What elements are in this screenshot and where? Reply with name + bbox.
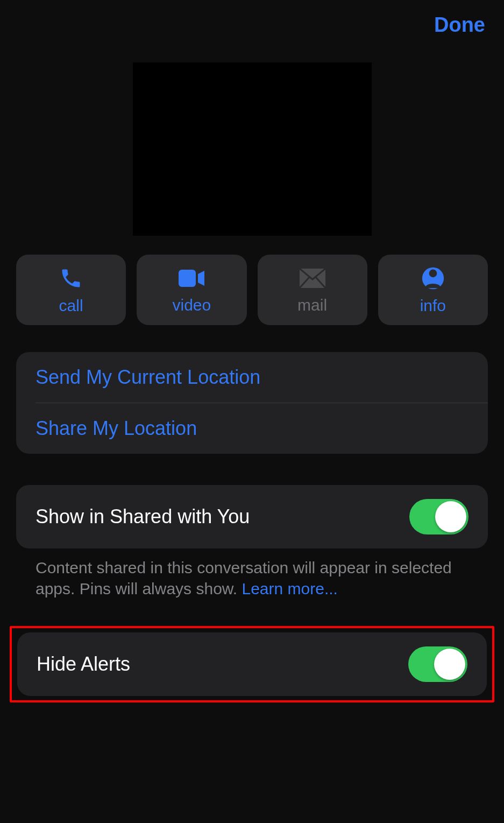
phone-icon bbox=[58, 268, 84, 289]
call-label: call bbox=[59, 297, 83, 315]
call-button[interactable]: call bbox=[16, 255, 126, 325]
svg-rect-0 bbox=[179, 270, 196, 287]
toggle-knob bbox=[434, 649, 465, 680]
learn-more-link[interactable]: Learn more... bbox=[242, 580, 338, 597]
highlight-frame: Hide Alerts bbox=[10, 626, 494, 702]
shared-with-you-group: Show in Shared with You bbox=[16, 485, 488, 548]
shared-with-you-row[interactable]: Show in Shared with You bbox=[16, 485, 488, 548]
shared-with-you-footer: Content shared in this conversation will… bbox=[0, 548, 504, 599]
video-icon bbox=[179, 268, 204, 289]
mail-button: mail bbox=[258, 255, 367, 325]
header: Done bbox=[0, 0, 504, 37]
hide-alerts-toggle[interactable] bbox=[408, 646, 467, 682]
hide-alerts-label: Hide Alerts bbox=[37, 653, 130, 676]
shared-with-you-label: Show in Shared with You bbox=[36, 505, 250, 528]
hide-alerts-group: Hide Alerts bbox=[17, 632, 487, 696]
toggle-knob bbox=[435, 501, 466, 532]
info-icon bbox=[420, 268, 446, 289]
action-row: call video mail info bbox=[0, 255, 504, 325]
mail-icon bbox=[300, 268, 325, 289]
hide-alerts-row[interactable]: Hide Alerts bbox=[17, 632, 487, 696]
location-group: Send My Current Location Share My Locati… bbox=[16, 352, 488, 454]
info-label: info bbox=[420, 297, 446, 315]
shared-with-you-toggle[interactable] bbox=[409, 499, 468, 534]
info-button[interactable]: info bbox=[378, 255, 488, 325]
svg-point-3 bbox=[429, 269, 437, 277]
mail-label: mail bbox=[297, 296, 327, 314]
send-location-row[interactable]: Send My Current Location bbox=[16, 352, 488, 403]
contact-avatar bbox=[133, 62, 372, 236]
video-label: video bbox=[173, 296, 211, 314]
done-button[interactable]: Done bbox=[434, 13, 485, 37]
video-button[interactable]: video bbox=[137, 255, 246, 325]
avatar-area bbox=[0, 62, 504, 236]
share-location-row[interactable]: Share My Location bbox=[16, 403, 488, 454]
